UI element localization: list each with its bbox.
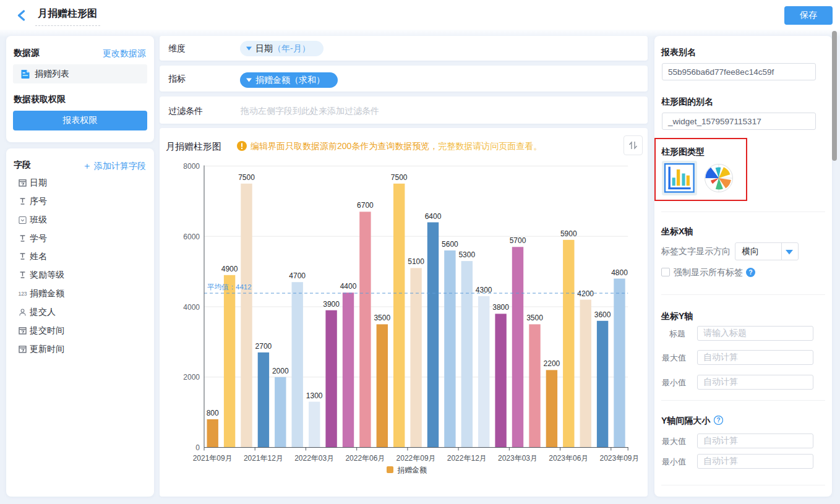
svg-text:4000: 4000	[183, 303, 200, 312]
svg-text:3800: 3800	[492, 303, 509, 312]
svg-text:捐赠金额: 捐赠金额	[397, 466, 427, 474]
svg-text:5900: 5900	[560, 229, 577, 238]
svg-text:3500: 3500	[374, 314, 390, 322]
svg-text:6400: 6400	[425, 212, 442, 221]
svg-text:7500: 7500	[238, 173, 255, 182]
svg-text:2021年09月: 2021年09月	[193, 454, 233, 463]
svg-text:2023年03月: 2023年03月	[498, 454, 538, 463]
svg-text:?: ?	[748, 269, 752, 276]
svg-text:2023年09月: 2023年09月	[599, 454, 639, 463]
svg-text:2000: 2000	[272, 367, 289, 375]
svg-text:4900: 4900	[221, 265, 238, 273]
svg-text:2022年09月: 2022年09月	[396, 454, 436, 463]
svg-text:0: 0	[195, 443, 200, 452]
svg-text:3600: 3600	[594, 310, 611, 319]
svg-text:2022年12月: 2022年12月	[447, 454, 487, 463]
svg-text:2200: 2200	[544, 359, 560, 368]
svg-text:5600: 5600	[442, 240, 458, 249]
svg-text:8000: 8000	[183, 162, 200, 171]
svg-text:平均值：4412: 平均值：4412	[207, 283, 252, 291]
svg-text:2023年06月: 2023年06月	[549, 454, 588, 463]
svg-text:4800: 4800	[611, 268, 628, 277]
svg-text:6700: 6700	[357, 201, 374, 210]
svg-text:5700: 5700	[510, 236, 526, 245]
svg-text:2700: 2700	[255, 342, 272, 351]
svg-text:1300: 1300	[306, 391, 323, 400]
svg-text:800: 800	[207, 409, 219, 417]
svg-text:4700: 4700	[289, 271, 306, 280]
svg-text:3900: 3900	[323, 300, 340, 309]
svg-text:5300: 5300	[458, 250, 475, 259]
svg-text:?: ?	[716, 417, 720, 424]
svg-text:7500: 7500	[391, 173, 408, 182]
svg-text:2022年03月: 2022年03月	[294, 454, 334, 463]
svg-text:2021年12月: 2021年12月	[244, 454, 283, 463]
svg-text:5100: 5100	[408, 257, 424, 266]
svg-text:2000: 2000	[183, 373, 200, 382]
svg-text:3500: 3500	[526, 314, 543, 322]
svg-text:2022年06月: 2022年06月	[345, 454, 385, 463]
svg-text:6000: 6000	[183, 233, 200, 241]
svg-text:4400: 4400	[340, 282, 357, 291]
